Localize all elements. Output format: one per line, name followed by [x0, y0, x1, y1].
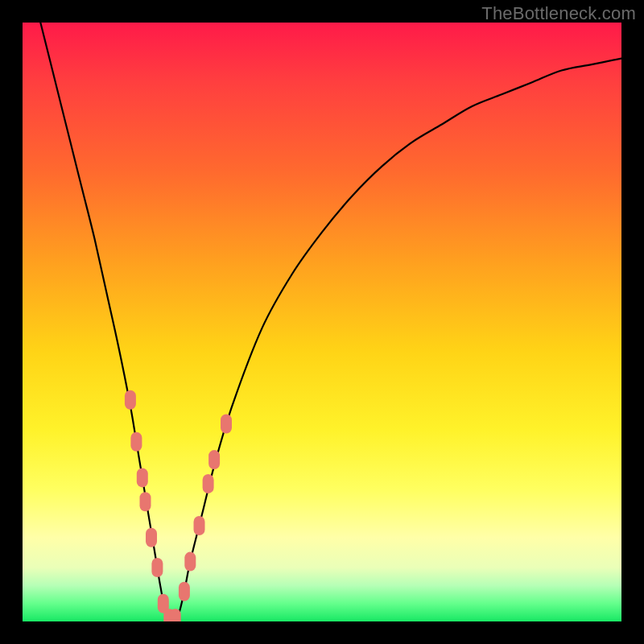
highlight-marker	[151, 558, 163, 577]
highlight-marker	[137, 468, 148, 487]
highlight-marker	[130, 432, 142, 452]
highlight-marker	[146, 528, 157, 547]
highlight-marker	[203, 474, 214, 493]
highlight-marker	[179, 582, 190, 601]
chart-plot-area	[23, 23, 621, 621]
chart-svg	[23, 23, 621, 621]
highlight-marker	[170, 609, 181, 621]
highlight-markers	[125, 390, 232, 621]
highlight-marker	[208, 450, 220, 469]
chart-frame: TheBottleneck.com	[0, 0, 644, 644]
highlight-marker	[184, 552, 196, 572]
highlight-marker	[140, 492, 151, 511]
highlight-marker	[194, 516, 205, 535]
watermark-text: TheBottleneck.com	[481, 3, 636, 24]
highlight-marker	[221, 415, 232, 434]
highlight-marker	[125, 390, 136, 410]
bottleneck-curve	[40, 23, 621, 621]
